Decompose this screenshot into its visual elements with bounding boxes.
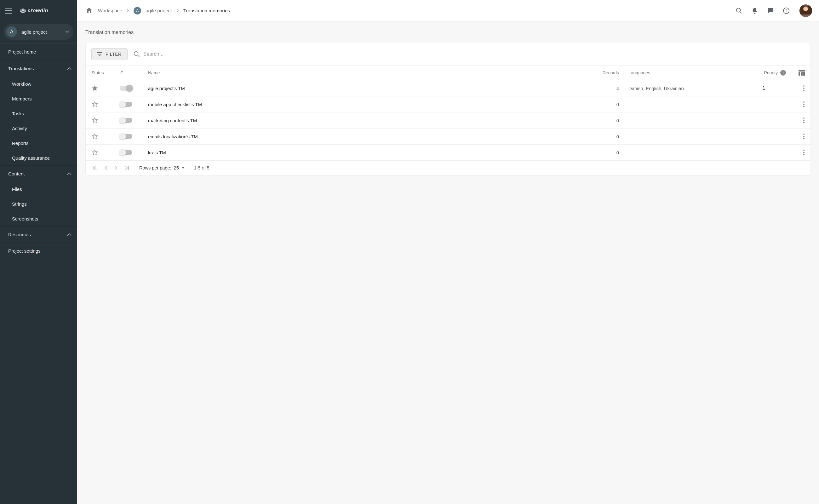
th-status[interactable]: Status bbox=[91, 70, 104, 75]
row-menu-icon[interactable] bbox=[803, 85, 805, 91]
row-menu-icon[interactable] bbox=[803, 149, 805, 156]
topbar: Workspace A agile project Translation me… bbox=[77, 0, 819, 21]
sidebar-header: crowdin bbox=[0, 0, 77, 21]
table-header: Status Name Records Languages Priority i bbox=[86, 65, 810, 80]
tm-records: 4 bbox=[591, 86, 628, 91]
hamburger-menu-button[interactable] bbox=[4, 7, 12, 14]
svg-point-27 bbox=[803, 122, 805, 123]
project-name: agile project bbox=[21, 29, 61, 35]
status-toggle[interactable] bbox=[120, 134, 132, 139]
table-row[interactable]: marketing content's TM0 bbox=[86, 112, 810, 129]
info-icon[interactable]: i bbox=[780, 70, 786, 76]
help-icon[interactable]: ? bbox=[782, 6, 791, 15]
sidebar: crowdin A agile project Project home Tra… bbox=[0, 0, 77, 504]
svg-rect-17 bbox=[801, 72, 803, 76]
filter-button[interactable]: FILTER bbox=[91, 48, 128, 60]
sidebar-section-content[interactable]: Content bbox=[0, 165, 77, 182]
brand-logo[interactable]: crowdin bbox=[16, 5, 67, 16]
table-row[interactable]: mobile app checklist's TM0 bbox=[86, 96, 810, 112]
project-selector[interactable]: A agile project bbox=[4, 24, 73, 40]
star-icon[interactable] bbox=[91, 85, 120, 92]
sidebar-item-reports[interactable]: Reports bbox=[0, 136, 77, 151]
tm-name[interactable]: emails localization's TM bbox=[148, 134, 591, 139]
filter-button-label: FILTER bbox=[106, 52, 122, 57]
page-title: Translation memories bbox=[85, 30, 811, 35]
table-row[interactable]: agile project's TM4Danish, English, Ukra… bbox=[86, 80, 810, 96]
chevron-right-icon bbox=[176, 9, 179, 13]
search-icon[interactable] bbox=[735, 6, 743, 15]
svg-rect-15 bbox=[799, 70, 805, 72]
search-input[interactable] bbox=[143, 51, 805, 57]
caret-down-icon[interactable] bbox=[181, 167, 185, 169]
tm-records: 0 bbox=[591, 118, 628, 123]
sidebar-section-resources[interactable]: Resources bbox=[0, 226, 77, 243]
row-menu-icon[interactable] bbox=[803, 101, 805, 107]
tm-records: 0 bbox=[591, 150, 628, 155]
tm-card: FILTER Status Name Records Languages Pri… bbox=[85, 43, 811, 175]
tm-name[interactable]: mobile app checklist's TM bbox=[148, 102, 591, 107]
status-toggle[interactable] bbox=[120, 86, 132, 91]
sort-ascending-icon[interactable] bbox=[120, 71, 148, 75]
svg-point-32 bbox=[803, 152, 805, 153]
star-icon[interactable] bbox=[91, 101, 120, 108]
table-footer: Rows per page: 25 1-5 of 5 bbox=[86, 160, 810, 175]
status-toggle[interactable] bbox=[120, 118, 132, 123]
sidebar-item-workflow[interactable]: Workflow bbox=[0, 77, 77, 91]
status-toggle[interactable] bbox=[120, 102, 132, 107]
sidebar-section-label: Resources bbox=[8, 232, 31, 237]
sidebar-item-activity[interactable]: Activity bbox=[0, 121, 77, 136]
pager-first-icon[interactable] bbox=[92, 165, 98, 171]
sidebar-item-files[interactable]: Files bbox=[0, 182, 77, 197]
sidebar-item-project-settings[interactable]: Project settings bbox=[0, 243, 77, 259]
tm-name[interactable]: kra's TM bbox=[148, 150, 591, 155]
table-row[interactable]: kra's TM0 bbox=[86, 145, 810, 160]
svg-point-13 bbox=[134, 52, 138, 56]
search-wrap bbox=[133, 51, 805, 58]
sidebar-section-label: Content bbox=[8, 171, 25, 176]
svg-point-5 bbox=[22, 10, 24, 11]
rows-per-page-value[interactable]: 25 bbox=[174, 165, 179, 170]
priority-input[interactable] bbox=[751, 85, 776, 91]
tm-name[interactable]: agile project's TM bbox=[148, 86, 591, 91]
row-menu-icon[interactable] bbox=[803, 133, 805, 140]
th-name[interactable]: Name bbox=[148, 70, 591, 75]
columns-icon[interactable] bbox=[799, 70, 805, 76]
breadcrumb-project-avatar: A bbox=[134, 7, 141, 14]
sidebar-item-tasks[interactable]: Tasks bbox=[0, 106, 77, 121]
pager-next-icon[interactable] bbox=[114, 165, 118, 171]
chat-icon[interactable] bbox=[766, 6, 775, 15]
star-icon[interactable] bbox=[91, 149, 120, 156]
th-records[interactable]: Records bbox=[591, 70, 628, 75]
chevron-right-icon bbox=[127, 9, 129, 13]
svg-point-22 bbox=[803, 101, 805, 103]
tm-name[interactable]: marketing content's TM bbox=[148, 118, 591, 123]
sidebar-item-strings[interactable]: Strings bbox=[0, 197, 77, 211]
pager-last-icon[interactable] bbox=[124, 165, 130, 171]
sidebar-section-translations[interactable]: Translations bbox=[0, 60, 77, 77]
tm-records: 0 bbox=[591, 134, 628, 139]
star-icon[interactable] bbox=[91, 133, 120, 140]
sidebar-item-project-home[interactable]: Project home bbox=[0, 44, 77, 60]
svg-point-26 bbox=[803, 120, 805, 121]
status-toggle[interactable] bbox=[120, 150, 132, 155]
th-languages[interactable]: Languages bbox=[628, 70, 742, 75]
pager-prev-icon[interactable] bbox=[104, 165, 108, 171]
svg-point-24 bbox=[803, 106, 805, 107]
project-selector-wrap: A agile project bbox=[0, 21, 77, 44]
user-avatar[interactable] bbox=[799, 4, 812, 17]
sidebar-item-screenshots[interactable]: Screenshots bbox=[0, 211, 77, 226]
row-menu-icon[interactable] bbox=[803, 117, 805, 123]
sidebar-item-quality-assurance[interactable]: Quality assurance bbox=[0, 151, 77, 165]
table-row[interactable]: emails localization's TM0 bbox=[86, 129, 810, 145]
sidebar-item-members[interactable]: Members bbox=[0, 91, 77, 106]
th-priority[interactable]: Priority bbox=[764, 70, 778, 75]
home-icon[interactable] bbox=[85, 7, 94, 15]
bell-icon[interactable] bbox=[750, 6, 759, 15]
breadcrumb-workspace[interactable]: Workspace bbox=[98, 8, 122, 14]
filter-icon bbox=[97, 52, 102, 56]
card-toolbar: FILTER bbox=[86, 43, 810, 65]
star-icon[interactable] bbox=[91, 117, 120, 124]
tm-priority-cell bbox=[742, 85, 786, 91]
breadcrumb-project[interactable]: agile project bbox=[146, 8, 172, 14]
svg-point-28 bbox=[803, 134, 805, 135]
